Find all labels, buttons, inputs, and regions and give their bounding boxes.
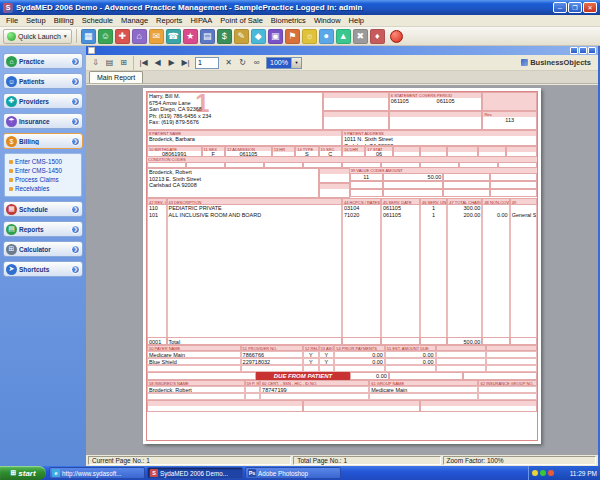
practice-icon: ⌂	[6, 56, 17, 67]
toolbar-icon-3[interactable]: ✚	[115, 29, 130, 44]
toolbar-icon-12[interactable]: ▣	[268, 29, 283, 44]
toolbar-icon-5[interactable]: ✉	[149, 29, 164, 44]
responsible-party-block: Broderick, Robert 10213 E. Sixth Street …	[147, 168, 319, 198]
tray-icon[interactable]	[548, 470, 554, 476]
toolbar-icon-18[interactable]: ♦	[370, 29, 385, 44]
patient-address-field: 9 PATIENT ADDRESS 1011 N. Sixth Street C…	[342, 130, 537, 146]
businessobjects-logo: BusinessObjects	[521, 58, 595, 67]
toolbar-icon-8[interactable]: ▤	[200, 29, 215, 44]
chevron-right-icon[interactable]: ❯	[71, 77, 80, 86]
service-row: 110 PEDIATRIC PRIVATE 03104 061105 1 300…	[147, 205, 537, 212]
export-icon[interactable]: ⇩	[89, 56, 102, 69]
toolbar-icon-4[interactable]: ⌂	[132, 29, 147, 44]
toolbar-icon-14[interactable]: ☼	[302, 29, 317, 44]
prev-page-button[interactable]: ◀	[151, 56, 164, 69]
toolbar-icon-16[interactable]: ▲	[336, 29, 351, 44]
value-code-field: 11	[350, 173, 383, 181]
sidebar-link-enter-cms-1450[interactable]: Enter CMS-1450	[6, 166, 80, 175]
chevron-right-icon[interactable]: ❯	[71, 117, 80, 126]
taskbar-item-browser[interactable]: e http://www.sydasoft...	[49, 467, 145, 479]
schedule-icon: ▦	[6, 204, 17, 215]
sidebar-item-insurance[interactable]: ☂ Insurance ❯	[3, 113, 83, 129]
menu-point-of-sale[interactable]: Point of Sale	[216, 16, 267, 25]
tab-main-report[interactable]: Main Report	[89, 71, 143, 83]
toolbar-icon-17[interactable]: ✖	[353, 29, 368, 44]
taskbar: ⊞ start e http://www.sydasoft... S SydaM…	[0, 466, 600, 480]
toolbar-icon-10[interactable]: ✎	[234, 29, 249, 44]
first-page-button[interactable]: |◀	[137, 56, 150, 69]
chevron-right-icon[interactable]: ❯	[71, 57, 80, 66]
print-icon[interactable]: ▤	[103, 56, 116, 69]
chevron-right-icon[interactable]: ❯	[71, 97, 80, 106]
toolbar-icon-2[interactable]: ☺	[98, 29, 113, 44]
zoom-select[interactable]: 100% ▼	[266, 57, 302, 69]
next-page-button[interactable]: ▶	[165, 56, 178, 69]
taskbar-item-sydamed[interactable]: S SydaMED 2006 Demo...	[147, 467, 243, 479]
menu-billing[interactable]: Billing	[50, 16, 78, 25]
maximize-button[interactable]: ❐	[568, 2, 582, 13]
shortcuts-icon: ➤	[6, 264, 17, 275]
toolbar-icon-15[interactable]: ●	[319, 29, 334, 44]
sidebar-item-patients[interactable]: ☺ Patients ❯	[3, 73, 83, 89]
menu-hipaa[interactable]: HIPAA	[186, 16, 216, 25]
mdi-close-button[interactable]	[588, 47, 596, 54]
menu-setup[interactable]: Setup	[22, 16, 50, 25]
menu-schedule[interactable]: Schedule	[78, 16, 117, 25]
chevron-right-icon[interactable]: ❯	[71, 205, 80, 214]
quick-launch-icon	[7, 32, 16, 41]
menu-help[interactable]: Help	[345, 16, 368, 25]
sidebar-item-shortcuts[interactable]: ➤ Shortcuts ❯	[3, 261, 83, 277]
taskbar-item-photoshop[interactable]: Ps Adobe Photoshop	[245, 467, 341, 479]
system-tray: 11:29 PM	[528, 466, 600, 480]
chevron-right-icon[interactable]: ❯	[71, 265, 80, 274]
sidebar-item-schedule[interactable]: ▦ Schedule ❯	[3, 201, 83, 217]
toolbar-icon-11[interactable]: ◆	[251, 29, 266, 44]
tray-icon[interactable]	[540, 470, 546, 476]
last-page-button[interactable]: ▶|	[179, 56, 192, 69]
menu-manage[interactable]: Manage	[117, 16, 152, 25]
chevron-right-icon[interactable]: ❯	[71, 225, 80, 234]
sidebar-item-billing[interactable]: $ Billing ❯	[3, 133, 83, 149]
mdi-restore-button[interactable]	[579, 47, 587, 54]
logout-icon[interactable]	[390, 30, 403, 43]
mdi-minimize-button[interactable]	[570, 47, 578, 54]
chevron-right-icon[interactable]: ❯	[71, 137, 80, 146]
start-button[interactable]: ⊞ start	[0, 466, 46, 480]
sidebar-item-calculator[interactable]: ⊞ Calculator ❯	[3, 241, 83, 257]
sidebar-link-receivables[interactable]: Receivables	[6, 184, 80, 193]
sidebar-link-enter-cms-1500[interactable]: Enter CMS-1500	[6, 157, 80, 166]
bullet-icon	[9, 178, 13, 182]
menu-window[interactable]: Window	[310, 16, 345, 25]
sidebar-link-process-claims[interactable]: Process Claims	[6, 175, 80, 184]
window-controls: ─ ❐ ✕	[553, 2, 597, 13]
menu-biometrics[interactable]: Biometrics	[267, 16, 310, 25]
menu-reports[interactable]: Reports	[152, 16, 186, 25]
report-viewport[interactable]: 1 Harry, Bill M. 6754 Arrow Lane San Die…	[86, 85, 598, 455]
toolbar-icon-9[interactable]: $	[217, 29, 232, 44]
close-button[interactable]: ✕	[583, 2, 597, 13]
window-title: SydaMED 2006 Demo - Advanced Practice Ma…	[16, 3, 550, 12]
minimize-button[interactable]: ─	[553, 2, 567, 13]
menu-bar: File Setup Billing Schedule Manage Repor…	[0, 15, 600, 27]
quick-launch-button[interactable]: Quick Launch ▼	[3, 29, 72, 44]
menu-file[interactable]: File	[2, 16, 22, 25]
app-icon: S	[3, 3, 13, 13]
toolbar-icon-13[interactable]: ⚑	[285, 29, 300, 44]
refresh-button[interactable]: ↻	[236, 56, 249, 69]
sidebar-item-reports[interactable]: ▤ Reports ❯	[3, 221, 83, 237]
page-number-field[interactable]: 1	[195, 57, 219, 69]
sidebar-item-providers[interactable]: ✚ Providers ❯	[3, 93, 83, 109]
chevron-right-icon[interactable]: ❯	[71, 245, 80, 254]
tray-icon[interactable]	[532, 470, 538, 476]
stop-button[interactable]: ✕	[222, 56, 235, 69]
toolbar-icon-6[interactable]: ☎	[166, 29, 181, 44]
sidebar-item-practice[interactable]: ⌂ Practice ❯	[3, 53, 83, 69]
search-icon[interactable]: ∞	[250, 56, 263, 69]
service-lines-table: 42 REV. CD. 43 DESCRIPTION 44 HCPCS / RA…	[147, 198, 537, 345]
admission-type-field: 14 TYPES	[295, 146, 318, 157]
toolbar-icon-1[interactable]: ▦	[81, 29, 96, 44]
sidebar: ⌂ Practice ❯ ☺ Patients ❯ ✚ Providers ❯ …	[0, 46, 86, 466]
clock: 11:29 PM	[570, 470, 597, 477]
toolbar-icon-7[interactable]: ★	[183, 29, 198, 44]
group-tree-icon[interactable]: ⊞	[117, 56, 130, 69]
